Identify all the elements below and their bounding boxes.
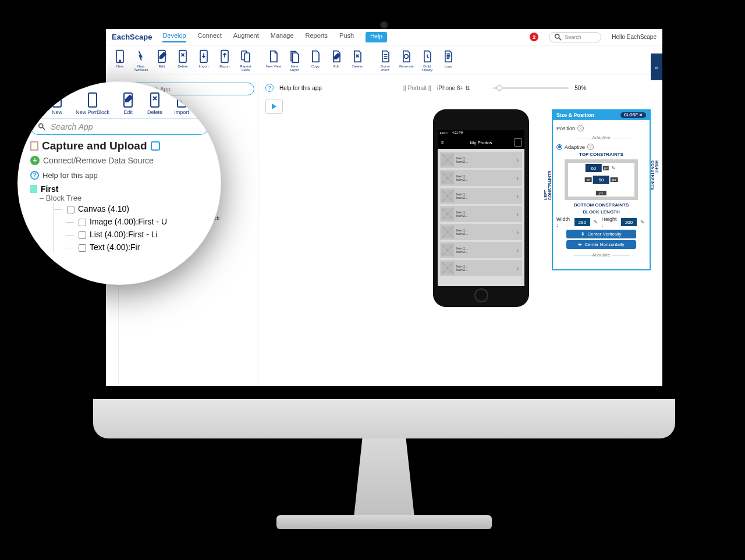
tool-delete[interactable]: Delete <box>175 49 191 72</box>
tool-new-view[interactable]: New View <box>265 49 282 72</box>
nav-augment[interactable]: Augment <box>233 32 259 42</box>
thumb-icon <box>441 226 454 238</box>
greeting: Hello EachScape <box>612 34 657 40</box>
nav-help-button[interactable]: Help <box>366 32 387 42</box>
zoom-slider[interactable] <box>493 87 569 89</box>
phone-list-item[interactable]: Item1...Item2...› <box>440 152 522 168</box>
svg-point-10 <box>405 55 409 59</box>
lens-tree-image[interactable]: Image (4.00):First - U <box>66 215 208 228</box>
phone-home-button[interactable] <box>474 288 488 302</box>
chevron-right-icon: › <box>517 247 519 254</box>
device-select[interactable]: iPhone 6+ ⇅ <box>437 85 470 91</box>
phone-camera-icon[interactable] <box>514 138 522 147</box>
nav-push[interactable]: Push <box>339 32 354 42</box>
help-icon[interactable]: ? <box>265 84 274 92</box>
search-icon <box>554 33 562 41</box>
lens-tree-canvas[interactable]: Canvas (4.10) <box>54 202 208 215</box>
lens-tree-list[interactable]: List (4.00):First - Li <box>66 228 208 241</box>
phone-list-item[interactable]: Item1...Item2...› <box>440 188 522 204</box>
center-horizontally-button[interactable]: ⬌Center Horizontally <box>566 240 636 249</box>
lens-tool-pwrblock[interactable]: New PwrBlock <box>76 92 109 115</box>
size-position-panel: Size & Position CLOSE ✕ Position ? Adapt… <box>552 109 651 270</box>
tool-build-history[interactable]: Build History <box>419 49 435 72</box>
nav-develop[interactable]: Develop <box>162 32 186 42</box>
lens-help[interactable]: ? Help for this app <box>30 171 208 180</box>
notification-badge[interactable]: 2 <box>530 33 538 41</box>
panel-close-button[interactable]: CLOSE ✕ <box>620 112 646 118</box>
lens-app-title[interactable]: Capture and Upload <box>30 140 208 152</box>
checkbox-icon[interactable] <box>79 231 86 239</box>
tool-view-delete[interactable]: Delete <box>349 49 366 72</box>
chevron-right-icon: › <box>517 265 519 272</box>
lens-search[interactable]: Search App <box>30 119 208 135</box>
phone-navbar: ≡ My Photos <box>438 136 524 149</box>
help-icon[interactable]: ? <box>587 144 594 150</box>
nav-reports[interactable]: Reports <box>306 32 328 42</box>
nav-connect[interactable]: Connect <box>198 32 222 42</box>
top-constraint-input[interactable]: 60 <box>586 164 602 172</box>
play-button[interactable] <box>265 99 283 114</box>
center-vertically-button[interactable]: ⬍Center Vertically <box>566 230 636 238</box>
tool-document[interactable]: Docu-ment <box>377 49 393 72</box>
device-preview: ●●●○○ 4:21 PM ≡ My Photos Item1...Item2.… <box>433 109 529 307</box>
play-icon <box>272 104 276 109</box>
checkbox-icon[interactable] <box>79 219 86 226</box>
phone-list-item[interactable]: Item1...Item2...› <box>440 206 522 222</box>
adaptive-radio[interactable]: Adaptive ? <box>556 144 646 150</box>
monitor-stand-neck <box>340 438 428 520</box>
mid-constraint-input[interactable]: 50 <box>593 176 609 184</box>
edit-icon[interactable]: ✎ <box>640 219 645 225</box>
zoom-thumb[interactable] <box>496 85 502 91</box>
edit-icon[interactable]: ✎ <box>594 219 598 225</box>
toolbar-group-app: New New PwrBlock Edit Delete Import Expo… <box>112 49 254 72</box>
tool-view-edit[interactable]: Edit <box>328 49 345 72</box>
constraints-box: 60 px ✎ px 50 px <box>565 159 638 200</box>
help-icon[interactable]: ? <box>577 125 584 131</box>
add-icon: + <box>30 156 40 165</box>
tool-new[interactable]: New <box>112 49 128 72</box>
adaptive-separator: Adaptive <box>556 135 646 140</box>
toolbar-group-view: New View New Layer Copy Edit Delete <box>265 49 366 72</box>
lens-tree-text[interactable]: Text (4.00):Fir <box>66 241 208 254</box>
edit-icon[interactable]: ✎ <box>611 165 616 171</box>
lens-tree-first[interactable]: First <box>30 184 208 194</box>
position-row: Position ? <box>556 125 646 131</box>
canvas-help-text[interactable]: Help for this app <box>279 85 322 91</box>
tool-import[interactable]: Import <box>196 49 212 72</box>
global-search[interactable]: Search <box>549 32 601 42</box>
phone-list-item[interactable]: Item1...Item2...› <box>440 242 522 258</box>
phone-list: Item1...Item2...› Item1...Item2...› Item… <box>438 149 524 279</box>
checkbox-icon[interactable] <box>79 244 86 252</box>
lens-tool-edit[interactable]: Edit <box>120 92 136 115</box>
toolbar: New New PwrBlock Edit Delete Import Expo… <box>106 45 662 74</box>
chevron-right-icon: › <box>517 229 519 236</box>
nav-manage[interactable]: Manage <box>271 32 294 42</box>
top-nav: Develop Connect Augment Manage Reports P… <box>162 32 386 42</box>
lens-connect-datasource[interactable]: + Connect/Remove Data Source <box>30 156 208 165</box>
lens-tool-new[interactable]: New <box>49 92 65 115</box>
tool-export[interactable]: Export <box>217 49 233 72</box>
lens-block-tree-label[interactable]: – Block Tree <box>40 194 208 202</box>
help-icon: ? <box>30 171 39 180</box>
tool-copy[interactable]: Copy <box>307 49 324 72</box>
lens-tool-delete[interactable]: Delete <box>147 92 163 115</box>
svg-line-1 <box>559 37 561 40</box>
checkbox-icon[interactable] <box>67 206 74 213</box>
tool-logs[interactable]: Logs <box>440 49 456 72</box>
tool-new-pwrblock[interactable]: New PwrBlock <box>133 49 149 72</box>
left-constraints-label: LEFT CONSTRAINTS <box>544 162 552 200</box>
tool-generate[interactable]: Generate <box>398 49 414 72</box>
tool-new-layer[interactable]: New Layer <box>286 49 303 72</box>
width-input[interactable]: 282 <box>574 218 590 226</box>
collapse-panel-button[interactable]: « <box>651 53 662 81</box>
tool-edit[interactable]: Edit <box>154 49 170 72</box>
panel-header: Size & Position CLOSE ✕ <box>553 110 650 120</box>
phone-list-item[interactable]: Item1...Item2...› <box>440 170 522 186</box>
phone-list-item[interactable]: Item1...Item2...› <box>440 260 522 276</box>
thumb-icon <box>441 262 454 274</box>
phone-list-item[interactable]: Item1...Item2...› <box>440 224 522 240</box>
chevron-right-icon: › <box>517 157 519 163</box>
height-input[interactable]: 200 <box>621 218 637 226</box>
phone-back-icon[interactable]: ≡ <box>441 140 444 145</box>
tool-repeat-clone[interactable]: Repeat Clone <box>237 49 254 72</box>
